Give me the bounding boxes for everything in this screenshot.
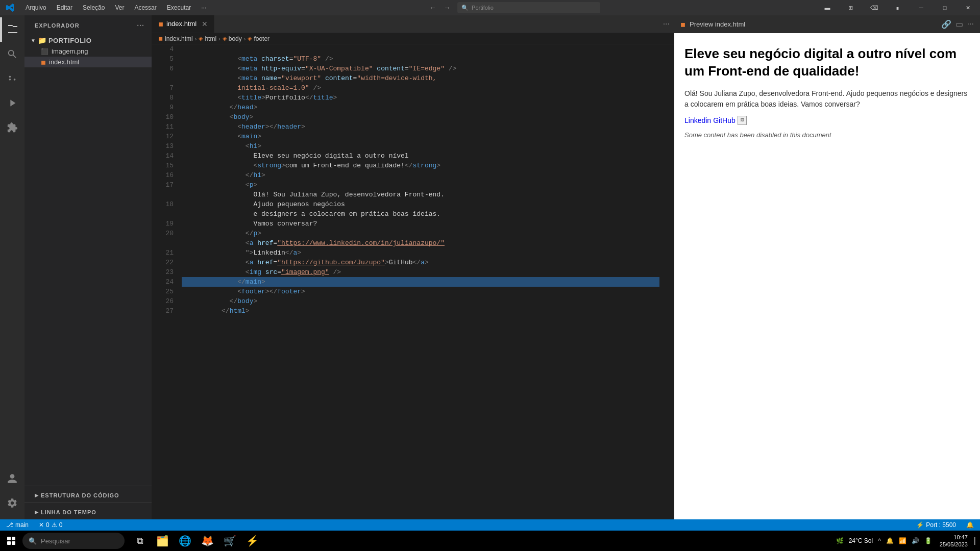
system-clock[interactable]: 10:47 25/05/2023 bbox=[936, 534, 972, 548]
account-icon[interactable] bbox=[0, 466, 24, 491]
code-line-27 bbox=[182, 306, 659, 316]
breadcrumb-file-icon: ◼ bbox=[158, 35, 163, 42]
sidebar-header-icons: ··· bbox=[136, 20, 145, 31]
sidebar: EXPLORADOR ··· ▼ 📁 PORTIFOLIO ⬛ imagem.p… bbox=[24, 15, 152, 519]
taskbar-search[interactable]: 🔍 Pesquisar bbox=[22, 533, 125, 549]
taskbar-app-browser2[interactable]: 🦊 bbox=[196, 531, 218, 551]
taskbar-app-store[interactable]: 🛒 bbox=[218, 531, 241, 551]
port-label: Port : 5500 bbox=[926, 521, 956, 529]
breadcrumb-file[interactable]: ◼ index.html bbox=[158, 35, 193, 42]
nav-arrows: ← → bbox=[427, 2, 453, 14]
menu-bar: Arquivo Editar Seleção Ver Acessar Execu… bbox=[0, 0, 211, 15]
taskbar-app-edge[interactable]: 🌐 bbox=[174, 531, 196, 551]
taskbar-app-vscode[interactable]: ⚡ bbox=[241, 531, 263, 551]
file-imagem-png[interactable]: ⬛ imagem.png bbox=[24, 46, 152, 57]
window-layout-btn3[interactable]: ⌫ bbox=[863, 0, 886, 15]
code-content[interactable]: <meta charset="UTF-8" /> <meta http-equi… bbox=[178, 44, 670, 519]
file-name-index: index.html bbox=[49, 58, 79, 66]
tray-volume-icon[interactable]: 🔊 bbox=[910, 537, 921, 544]
run-debug-icon[interactable] bbox=[0, 91, 24, 115]
html-file-icon: ◼ bbox=[41, 59, 46, 66]
taskbar-app-taskview[interactable]: ⧉ bbox=[129, 531, 151, 551]
preview-content: Eleve seu negócio digital a outro nível … bbox=[674, 33, 980, 519]
status-bar-right: ⚡ Port : 5500 🔔 bbox=[914, 521, 976, 529]
breadcrumb-html[interactable]: ◈ html bbox=[199, 35, 216, 42]
menu-arquivo[interactable]: Arquivo bbox=[20, 0, 52, 15]
extensions-icon[interactable] bbox=[0, 115, 24, 140]
title-search-bar[interactable]: 🔍 Portifolio bbox=[457, 2, 600, 13]
new-file-icon[interactable]: ··· bbox=[136, 20, 145, 31]
tray-wifi-icon[interactable]: 📶 bbox=[897, 537, 908, 544]
breadcrumb-footer-icon: ◈ bbox=[248, 35, 252, 42]
menu-executar[interactable]: Executar bbox=[162, 0, 196, 15]
vscode-logo-icon[interactable] bbox=[0, 0, 20, 15]
tray-battery-icon[interactable]: 🔋 bbox=[923, 537, 934, 544]
close-button[interactable]: ✕ bbox=[957, 0, 980, 15]
git-branch-item[interactable]: ⎇ main bbox=[4, 521, 31, 529]
editor-area: ◼ index.html ✕ ··· ◼ index.html › ◈ html… bbox=[152, 15, 674, 519]
menu-acessar[interactable]: Acessar bbox=[129, 0, 161, 15]
preview-title: Preview index.html bbox=[690, 20, 745, 28]
folder-open-icon: 📁 bbox=[38, 36, 46, 44]
preview-open-browser-icon[interactable]: 🔗 bbox=[941, 19, 951, 29]
tab-index-html[interactable]: ◼ index.html ✕ bbox=[152, 15, 214, 33]
minimize-button[interactable]: ─ bbox=[910, 0, 933, 15]
preview-description: Olá! Sou Juliana Zupo, desenvolvedora Fr… bbox=[684, 88, 970, 110]
folder-arrow-icon: ▼ bbox=[31, 38, 36, 43]
tab-close-icon[interactable]: ✕ bbox=[202, 20, 208, 28]
window-layout-btn1[interactable]: ▬ bbox=[816, 0, 839, 15]
png-file-icon: ⬛ bbox=[41, 48, 48, 55]
activity-bar-bottom bbox=[0, 466, 24, 515]
breadcrumb-html-name: html bbox=[205, 35, 216, 42]
menu-ver[interactable]: Ver bbox=[110, 0, 129, 15]
taskbar-app-explorer[interactable]: 🗂️ bbox=[151, 531, 174, 551]
scrollbar-track[interactable] bbox=[670, 44, 674, 519]
menu-selecao[interactable]: Seleção bbox=[78, 0, 110, 15]
breadcrumb-body[interactable]: ◈ body bbox=[223, 35, 242, 42]
errors-item[interactable]: ✕ 0 ⚠ 0 bbox=[37, 521, 64, 529]
search-icon[interactable] bbox=[0, 42, 24, 66]
code-editor[interactable]: 4 5 6 6 7 8 9 10 11 12 13 14 15 16 17 17… bbox=[152, 44, 674, 519]
preview-link-github[interactable]: GitHub bbox=[713, 116, 736, 124]
source-control-icon[interactable] bbox=[0, 66, 24, 91]
show-desktop-button[interactable]: | bbox=[974, 536, 976, 545]
tray-notification-area-icon[interactable]: 🔔 bbox=[885, 537, 895, 544]
tray-chevron-icon[interactable]: ^ bbox=[876, 537, 883, 544]
forward-arrow[interactable]: → bbox=[441, 2, 453, 14]
menu-more[interactable]: ··· bbox=[196, 0, 211, 15]
status-bar-left: ⎇ main ✕ 0 ⚠ 0 bbox=[4, 521, 64, 529]
window-layout-btn2[interactable]: ⊞ bbox=[839, 0, 863, 15]
main-container: EXPLORADOR ··· ▼ 📁 PORTIFOLIO ⬛ imagem.p… bbox=[0, 15, 980, 519]
explorer-icon[interactable] bbox=[0, 17, 24, 42]
file-name-imagem: imagem.png bbox=[52, 47, 88, 55]
breadcrumb-html-icon: ◈ bbox=[199, 35, 203, 42]
tray-weather-text: 24°C Sol bbox=[847, 537, 875, 544]
folder-portifolio[interactable]: ▼ 📁 PORTIFOLIO bbox=[24, 35, 152, 46]
preview-link-linkedin[interactable]: Linkedin bbox=[684, 116, 711, 124]
breadcrumb-footer[interactable]: ◈ footer bbox=[248, 35, 270, 42]
maximize-button[interactable]: □ bbox=[933, 0, 957, 15]
title-bar-right: ▬ ⊞ ⌫ ∎ ─ □ ✕ bbox=[816, 0, 980, 15]
port-item[interactable]: ⚡ Port : 5500 bbox=[914, 521, 958, 529]
warnings-count: 0 bbox=[59, 521, 63, 529]
sidebar-header: EXPLORADOR ··· bbox=[24, 15, 152, 35]
back-arrow[interactable]: ← bbox=[427, 2, 439, 14]
preview-file-icon: ◼ bbox=[680, 21, 685, 28]
preview-more-icon[interactable]: ··· bbox=[967, 19, 974, 29]
section-header-structure[interactable]: ▶ ESTRUTURA DO CÓDIGO bbox=[24, 490, 152, 500]
taskbar: 🔍 Pesquisar ⧉ 🗂️ 🌐 🦊 🛒 ⚡ bbox=[0, 531, 980, 551]
notification-item[interactable]: 🔔 bbox=[964, 521, 976, 529]
section-header-timeline[interactable]: ▶ LINHA DO TEMPO bbox=[24, 507, 152, 517]
preview-disabled-message: Some content has been disabled in this d… bbox=[684, 131, 970, 139]
search-text: Portifolio bbox=[472, 5, 494, 11]
file-index-html[interactable]: ◼ index.html bbox=[24, 57, 152, 67]
preview-header-actions: 🔗 ▭ ··· bbox=[941, 19, 974, 29]
preview-split-icon[interactable]: ▭ bbox=[955, 19, 963, 29]
window-layout-btn4[interactable]: ∎ bbox=[886, 0, 910, 15]
tab-more-button[interactable]: ··· bbox=[659, 15, 674, 33]
settings-icon[interactable] bbox=[0, 491, 24, 515]
menu-editar[interactable]: Editar bbox=[52, 0, 78, 15]
taskbar-right: 🌿 24°C Sol ^ 🔔 📶 🔊 🔋 10:47 25/05/2023 | bbox=[835, 534, 980, 548]
sidebar-title: EXPLORADOR bbox=[35, 22, 80, 29]
start-button[interactable] bbox=[0, 531, 22, 551]
